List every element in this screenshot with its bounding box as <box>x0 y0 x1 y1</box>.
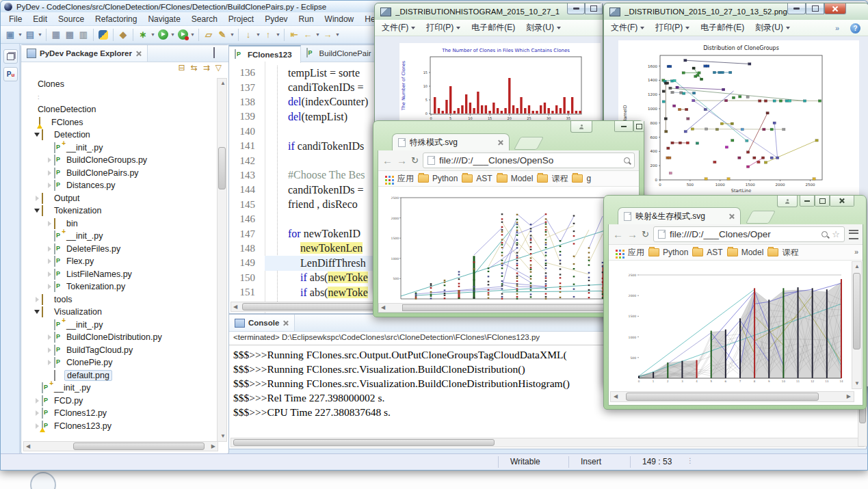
chrome2-profile-button[interactable] <box>777 196 798 207</box>
tree-twisty-icon[interactable] <box>46 221 53 226</box>
import-dropdown-icon[interactable]: ▼ <box>255 29 261 41</box>
bookmark-folder-Model[interactable]: Model <box>497 174 534 183</box>
minimize-panel-button[interactable] <box>200 48 211 57</box>
tree-item[interactable]: FClones123.py <box>23 420 217 433</box>
chrome2-tab-close-icon[interactable] <box>728 213 735 220</box>
run-dropdown-icon[interactable]: ▼ <box>170 29 176 41</box>
tree-item[interactable]: __init_.py <box>23 142 217 155</box>
tree-twisty-icon[interactable] <box>34 398 40 404</box>
new-tab-button[interactable] <box>514 137 544 150</box>
tree-item[interactable]: BuildCloneDistribution.py <box>23 331 217 344</box>
chrome1-profile-button[interactable] <box>570 121 592 133</box>
chrome1-minimize-button[interactable] <box>614 121 633 132</box>
menu-run[interactable]: Run <box>293 13 319 25</box>
tree-item[interactable]: FCD.py <box>23 395 217 408</box>
reload-icon[interactable]: ↻ <box>642 229 649 239</box>
menu-overflow-chevron[interactable]: » <box>835 24 839 32</box>
chrome2-address-bar[interactable]: file:///D:/___Clones/Oper ☆ <box>653 226 845 242</box>
tree-twisty-icon[interactable] <box>34 209 40 213</box>
back-icon[interactable]: ← <box>613 228 623 240</box>
open-folder-button[interactable]: ▱ <box>202 29 215 41</box>
tree-item[interactable]: Visualization <box>23 306 217 319</box>
forward-dropdown-icon[interactable]: ▼ <box>334 29 341 41</box>
bookmark-folder-Model[interactable]: Model <box>727 248 764 257</box>
chrome2-horizontal-scrollbar[interactable]: ◀ ▶ <box>610 391 854 402</box>
search-icon[interactable] <box>624 157 630 163</box>
chrome1-maximize-button[interactable] <box>633 121 644 132</box>
editor-tab-fclones123[interactable]: FClones123 <box>229 45 301 63</box>
annotate-button[interactable]: ✎ <box>216 29 228 41</box>
tree-twisty-icon[interactable] <box>34 410 40 416</box>
new-button[interactable]: ▣ <box>4 29 16 41</box>
maximize-panel-button[interactable] <box>213 48 224 57</box>
bookmarks-overflow-chevron[interactable]: » <box>854 248 858 256</box>
back-icon[interactable]: ← <box>382 155 393 166</box>
menu-project[interactable]: Project <box>223 13 259 25</box>
tree-item[interactable]: __init_.py <box>23 382 217 395</box>
menu-refactoring[interactable]: Refactoring <box>90 13 142 25</box>
run-button[interactable] <box>157 29 169 41</box>
tree-twisty-icon[interactable] <box>34 310 40 314</box>
tree-twisty-icon[interactable] <box>34 133 40 137</box>
tree-item[interactable]: Flex.py <box>23 255 217 268</box>
chrome1-tab-close-icon[interactable] <box>497 140 503 146</box>
chrome1-horizontal-scrollbar[interactable]: ◀ <box>378 303 639 313</box>
editor-tab-buildclonepair[interactable]: BuildClonePair <box>301 45 380 62</box>
tree-item[interactable]: Distances.py <box>23 179 217 192</box>
bookmark-folder-g[interactable]: g <box>572 174 591 183</box>
new-tab-button[interactable] <box>746 211 776 224</box>
tree-twisty-icon[interactable] <box>34 297 40 302</box>
tree-twisty-icon[interactable] <box>46 183 53 188</box>
package-explorer-close-icon[interactable] <box>135 51 142 57</box>
back-button[interactable]: ← <box>302 29 314 41</box>
tree-item[interactable]: Detection <box>23 129 217 142</box>
pydev-perspective-button[interactable]: Pu <box>3 67 18 81</box>
tree-item[interactable]: FClones <box>23 116 217 129</box>
view-menu-icon[interactable]: ▽ <box>215 63 222 72</box>
photo1-minimize-button[interactable] <box>567 3 585 14</box>
photo2-minimize-button[interactable] <box>787 3 806 14</box>
tree-twisty-icon[interactable] <box>46 170 53 176</box>
save-all-button[interactable]: ▩ <box>64 29 76 41</box>
menu-window[interactable]: Window <box>319 13 360 25</box>
import-button[interactable]: ↓ <box>242 29 254 41</box>
chrome-menu-icon[interactable] <box>849 230 858 239</box>
tree-twisty-icon[interactable] <box>46 246 53 252</box>
photo-menu-burn[interactable]: 刻录(U) <box>526 22 561 34</box>
bookmark-folder-Python[interactable]: Python <box>648 248 688 257</box>
collapse-all-icon[interactable]: ⊟ <box>179 63 185 72</box>
photo-menu-burn[interactable]: 刻录(U) <box>755 22 790 34</box>
tree-item[interactable]: Tokenization.py <box>23 280 217 293</box>
tree-twisty-icon[interactable] <box>46 334 53 340</box>
new-wizard-dropdown-icon[interactable]: ▼ <box>37 29 43 41</box>
tree-horizontal-scrollbar[interactable]: ◀ ▶ <box>23 441 218 451</box>
reload-icon[interactable]: ↻ <box>411 155 419 166</box>
tree-item[interactable]: BuildTagCloud.py <box>23 344 217 357</box>
tree-item[interactable]: FClones12.py <box>23 407 217 420</box>
chrome2-maximize-button[interactable] <box>815 196 830 207</box>
photo-menu-email[interactable]: 电子邮件(E) <box>700 22 744 34</box>
tree-twisty-icon[interactable] <box>46 284 53 289</box>
tree-item[interactable]: : <box>23 91 217 104</box>
tree-vertical-scrollbar[interactable]: ▲ ▼ <box>217 78 227 442</box>
console-tab[interactable]: Console <box>229 315 295 331</box>
tree-item[interactable]: __init_.py <box>23 319 217 332</box>
photo-menu-email[interactable]: 电子邮件(E) <box>471 22 515 34</box>
tree-twisty-icon[interactable] <box>46 272 53 277</box>
annotate-dropdown-icon[interactable]: ▼ <box>229 29 235 41</box>
tree-item[interactable]: tools <box>23 293 217 306</box>
tree-item[interactable]: DeleteFiles.py <box>23 243 217 256</box>
export-dropdown-icon[interactable]: ▼ <box>275 29 281 41</box>
search-icon[interactable] <box>821 231 828 237</box>
tree-item[interactable]: __init_.py <box>23 230 217 243</box>
tree-twisty-icon[interactable] <box>46 157 53 163</box>
open-resource-button[interactable]: ◆ <box>117 29 129 41</box>
chrome1-address-bar[interactable]: file:///D:/___Clones/OpenSo <box>423 153 635 168</box>
package-explorer-tab[interactable]: PyDev Package Explorer <box>21 45 148 62</box>
new-wizard-button[interactable]: ▤ <box>24 29 36 41</box>
chrome2-tab[interactable]: 映射&生存模式.svg <box>618 207 741 225</box>
chrome2-close-button[interactable] <box>830 196 854 207</box>
print-button[interactable]: ▥ <box>77 29 90 41</box>
last-edit-button[interactable]: ⇤ <box>288 29 300 41</box>
apps-shortcut[interactable]: 应用 <box>614 247 644 259</box>
